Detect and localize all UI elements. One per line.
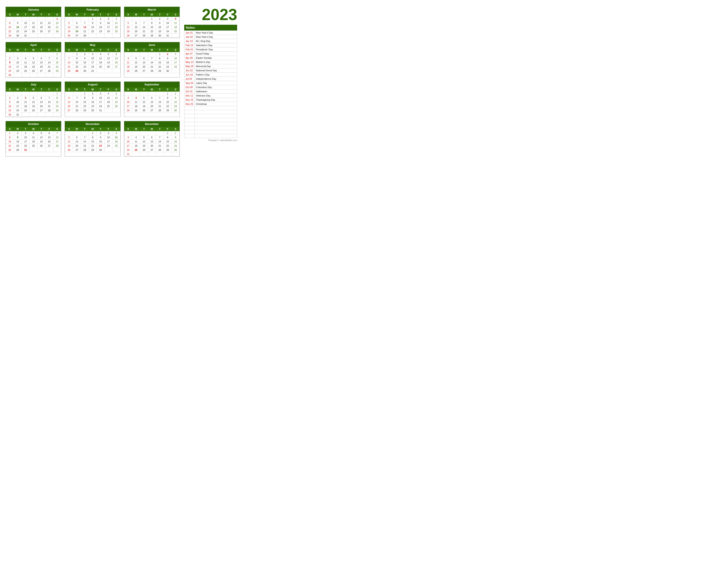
calendar-day: 29 <box>6 34 14 38</box>
calendar-day: 12 <box>132 60 140 65</box>
calendar-day: 7 <box>140 21 148 25</box>
calendar-day: 21 <box>81 29 89 34</box>
month-header-february: February <box>65 7 120 12</box>
holiday-name: Father's Day <box>195 73 237 77</box>
calendar-day: 23 <box>14 29 22 34</box>
weekday-header: W <box>89 87 97 92</box>
weekday-header: S <box>53 13 61 17</box>
calendar-day: 6 <box>148 96 156 100</box>
calendar-day: 20 <box>73 144 81 148</box>
month-table-february: SMTWTFS 12345678910111213141516171819202… <box>65 12 120 38</box>
blank-row <box>184 114 237 118</box>
calendar-day <box>22 17 30 21</box>
holiday-row: Jan 02New Year's Day <box>184 35 237 39</box>
calendar-day: 25 <box>97 65 105 69</box>
month-header-june: June <box>124 42 180 48</box>
calendar-day <box>112 69 120 73</box>
calendar-day: 20 <box>112 60 120 65</box>
calendar-day: 8 <box>148 21 156 25</box>
weekday-header: F <box>105 87 113 92</box>
calendar-day: 4 <box>97 52 105 56</box>
calendar-december: DecemberSMTWTFS 123456789101112131415161… <box>124 121 180 156</box>
calendar-day: 24 <box>105 144 113 148</box>
holiday-row: Oct 09Columbus Day <box>184 85 237 89</box>
calendar-day: 20 <box>38 65 45 69</box>
weekday-header: F <box>45 87 53 92</box>
weekday-header: S <box>6 13 14 17</box>
calendar-day: 27 <box>148 148 156 152</box>
calendar-day: 15 <box>53 100 61 104</box>
calendar-day: 13 <box>140 60 148 65</box>
calendar-day <box>81 17 89 21</box>
calendar-day: 8 <box>53 56 61 60</box>
calendar-day: 5 <box>65 21 73 25</box>
month-header-august: August <box>65 82 120 87</box>
calendar-day: 14 <box>148 60 156 65</box>
calendar-day: 23 <box>14 144 22 148</box>
calendar-day: 25 <box>132 148 140 152</box>
calendar-day: 18 <box>22 65 30 69</box>
calendar-day: 6 <box>45 131 53 135</box>
weekday-header: T <box>22 13 30 17</box>
weekday-header: T <box>156 87 164 92</box>
calendar-day: 8 <box>89 135 97 139</box>
calendar-day: 10 <box>14 100 22 104</box>
calendar-day: 1 <box>6 131 14 135</box>
calendar-day <box>97 69 105 73</box>
calendar-day: 3 <box>124 96 132 100</box>
calendar-day: 19 <box>105 60 113 65</box>
calendar-day: 7 <box>45 56 53 60</box>
calendar-day: 8 <box>164 135 172 139</box>
calendar-day <box>172 152 180 156</box>
calendar-day: 23 <box>156 29 164 34</box>
calendar-day: 28 <box>65 69 73 73</box>
calendar-day: 31 <box>22 148 30 152</box>
holiday-row: Nov 23Thanksgiving Day <box>184 98 237 102</box>
weekday-header: F <box>164 87 172 92</box>
calendar-day: 29 <box>89 148 97 152</box>
calendar-day: 4 <box>30 131 38 135</box>
month-header-may: May <box>65 42 120 48</box>
calendar-day: 27 <box>65 108 73 113</box>
calendars-grid: JanuarySMTWTFS 1891011121314151617181920… <box>6 7 180 156</box>
calendar-day: 4 <box>132 96 140 100</box>
weekday-header: T <box>156 127 164 131</box>
calendar-day: 9 <box>6 100 14 104</box>
calendar-day: 11 <box>30 21 38 25</box>
calendar-day: 9 <box>172 135 180 139</box>
holiday-date: Oct 09 <box>184 85 195 89</box>
calendar-day: 9 <box>172 96 180 100</box>
calendar-day: 25 <box>132 108 140 113</box>
calendar-day: 26 <box>38 144 45 148</box>
calendar-day: 9 <box>97 21 105 25</box>
calendar-day <box>38 34 45 38</box>
calendar-day: 11 <box>172 21 180 25</box>
blank-row <box>184 126 237 130</box>
weekday-header: M <box>73 13 81 17</box>
calendar-day: 9 <box>14 21 22 25</box>
calendar-day <box>132 152 140 156</box>
calendar-day: 31 <box>164 34 172 38</box>
calendar-day: 22 <box>156 65 164 69</box>
holiday-row: Jan 01New Year's Day <box>184 31 237 35</box>
calendar-day: 2 <box>156 17 164 21</box>
calendar-day: 30 <box>6 113 14 117</box>
calendar-day: 22 <box>6 144 14 148</box>
calendar-day: 25 <box>105 104 113 108</box>
calendar-day <box>132 92 140 96</box>
calendar-april: AprilSMTWTFS 123456789101112131415161718… <box>6 42 61 77</box>
calendar-day: 1 <box>53 92 61 96</box>
calendar-day: 10 <box>124 139 132 144</box>
calendar-day: 29 <box>156 69 164 73</box>
calendar-day: 21 <box>53 139 61 144</box>
calendar-day: 12 <box>140 139 148 144</box>
weekday-header: W <box>148 127 156 131</box>
calendar-day: 28 <box>148 69 156 73</box>
holiday-row: Dec 25Christmas <box>184 102 237 106</box>
calendar-day: 8 <box>164 96 172 100</box>
calendar-day: 28 <box>53 144 61 148</box>
calendar-day: 28 <box>53 29 61 34</box>
weekday-header: T <box>22 127 30 131</box>
calendar-day <box>112 148 120 152</box>
calendar-day: 1 <box>89 17 97 21</box>
